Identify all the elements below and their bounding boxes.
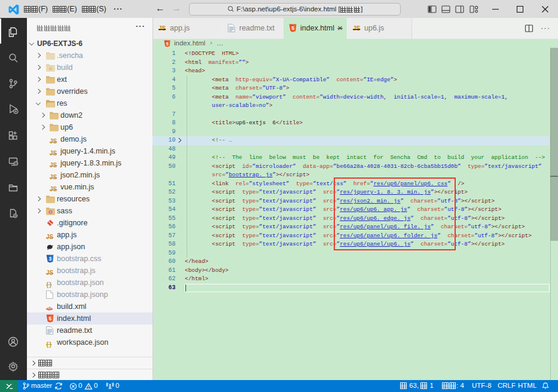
svg-text:5: 5: [48, 316, 51, 321]
svg-text:S: S: [49, 210, 51, 214]
svg-text:3: 3: [48, 256, 51, 262]
